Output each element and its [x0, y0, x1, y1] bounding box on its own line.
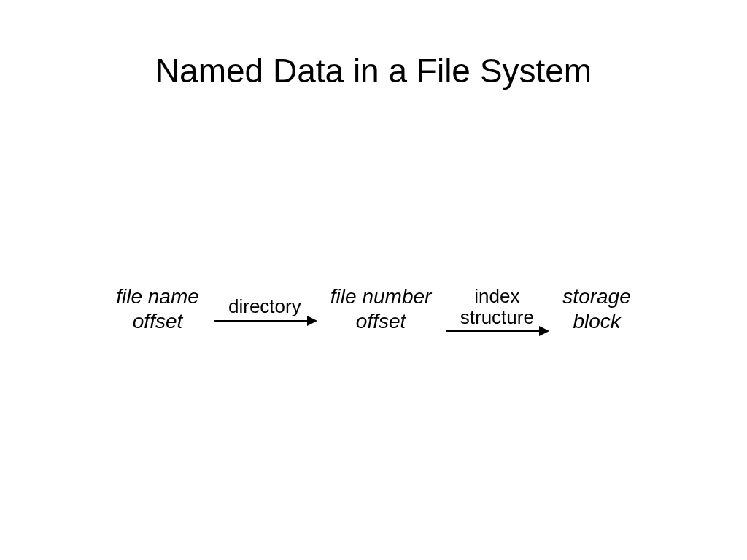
node-file-name-offset: file name offset — [109, 284, 206, 333]
node-text-line2: offset — [356, 310, 406, 332]
node-text-line2: block — [573, 310, 620, 332]
arrow-index-structure: index structure — [438, 286, 555, 332]
flow-diagram: file name offset directory file number o… — [36, 284, 711, 333]
arrow-label-line1: index — [474, 285, 519, 307]
arrow-directory: directory — [206, 296, 323, 322]
node-text-line1: file name — [116, 285, 199, 308]
arrow-icon — [214, 320, 316, 322]
arrow-label-index-structure: index structure — [460, 286, 534, 327]
node-text-line1: storage — [562, 285, 630, 308]
arrow-icon — [446, 330, 548, 332]
arrow-label-line2: structure — [460, 306, 534, 328]
arrow-label-directory: directory — [228, 296, 301, 317]
node-file-number-offset: file number offset — [323, 284, 439, 333]
node-text-line1: file number — [330, 285, 432, 308]
slide-title: Named Data in a File System — [0, 51, 747, 90]
node-storage-block: storage block — [555, 284, 638, 333]
node-text-line2: offset — [133, 310, 182, 332]
